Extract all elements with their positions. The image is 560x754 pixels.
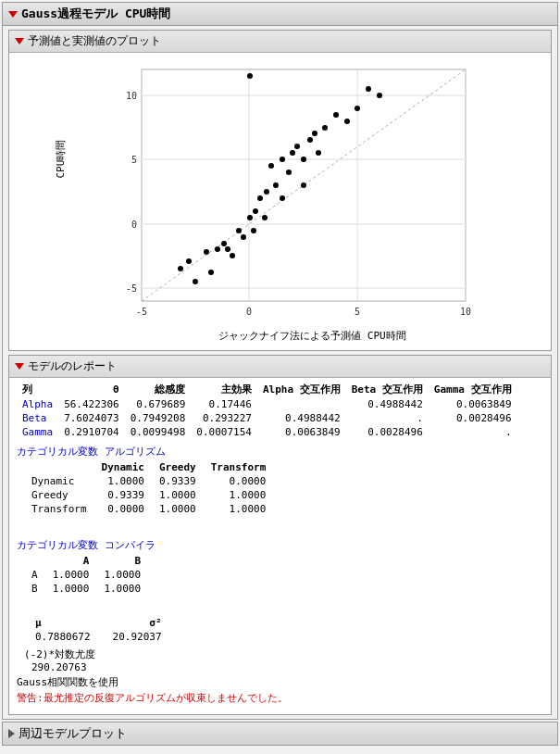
sigma-header: σ² (102, 616, 173, 630)
cat2-col2: B (96, 554, 148, 568)
table-cell (257, 397, 346, 411)
svg-point-43 (316, 150, 321, 156)
svg-point-53 (225, 246, 230, 252)
table-cell: 1.0000 (96, 582, 148, 596)
svg-point-50 (247, 73, 253, 79)
svg-point-40 (301, 157, 306, 162)
bottom-panel: 周辺モデルプロット (2, 722, 558, 746)
svg-point-39 (294, 144, 300, 149)
svg-text:5: 5 (131, 155, 136, 165)
table-cell: 0.0063849 (257, 425, 346, 439)
svg-point-30 (253, 208, 258, 214)
table-cell: Gamma (17, 425, 58, 439)
table-cell: 0.0063849 (429, 397, 517, 411)
report-section-title: モデルのレポート (28, 358, 117, 374)
table-cell: 0.4988442 (257, 411, 346, 425)
svg-point-44 (322, 125, 328, 131)
svg-point-47 (355, 106, 360, 111)
table-cell: 0.4988442 (346, 397, 429, 411)
svg-point-31 (257, 195, 263, 201)
cat1-col0 (24, 460, 94, 474)
cat-table2: A B A1.00001.0000B1.00001.0000 (24, 554, 148, 596)
mu-sigma-table: μ σ² 0.7880672 20.92037 (24, 616, 173, 644)
neg2-log-section: (-2)*対数尤度 290.20763 (24, 647, 543, 673)
cat2-col1: A (45, 554, 97, 568)
col-header-alpha: Alpha 交互作用 (257, 382, 346, 397)
table-row: Transform0.00001.00001.0000 (24, 502, 273, 516)
svg-text:5: 5 (354, 307, 359, 317)
table-cell: 0.0099498 (125, 425, 192, 439)
svg-point-25 (230, 253, 235, 258)
svg-point-24 (221, 241, 227, 246)
table-cell: 0.0007154 (191, 425, 257, 439)
svg-text:10: 10 (125, 91, 136, 101)
svg-point-45 (333, 112, 339, 118)
svg-point-21 (204, 249, 209, 255)
neg2-label: (-2)*対数尤度 (24, 647, 543, 661)
svg-point-46 (344, 119, 350, 124)
neg2-value: 290.20763 (24, 661, 543, 673)
table-cell: 7.6024073 (58, 411, 125, 425)
main-report-table: 列 θ 総感度 主効果 Alpha 交互作用 Beta 交互作用 Gamma 交… (17, 382, 517, 439)
table-row: Alpha56.4223060.6796890.174460.49884420.… (17, 397, 517, 411)
svg-point-42 (312, 131, 317, 136)
svg-point-23 (215, 246, 220, 252)
svg-text:0: 0 (245, 307, 251, 317)
table-cell: 0.679689 (125, 397, 192, 411)
svg-text:-5: -5 (135, 307, 146, 317)
y-axis-label: CPU時間 (53, 140, 67, 179)
table-cell: 1.0000 (96, 568, 148, 582)
table-cell: 1.0000 (45, 582, 97, 596)
cat1-col3: Transform (204, 460, 274, 474)
table-cell: 1.0000 (152, 488, 204, 502)
svg-point-34 (268, 163, 274, 169)
table-cell: 0.9339 (94, 488, 152, 502)
svg-point-32 (262, 215, 268, 220)
bottom-expand-icon[interactable] (8, 729, 15, 738)
scatter-collapse-icon[interactable] (15, 38, 24, 44)
svg-point-28 (247, 215, 253, 220)
svg-point-49 (377, 93, 382, 98)
report-collapse-icon[interactable] (15, 363, 24, 370)
table-row: Dynamic1.00000.93390.0000 (24, 474, 273, 488)
svg-point-38 (290, 150, 295, 156)
table-cell: Dynamic (24, 474, 94, 488)
warning-text: 警告:最尤推定の反復アルゴリズムが収束しませんでした。 (17, 691, 543, 705)
table-cell: 0.7949208 (125, 411, 192, 425)
svg-point-35 (273, 182, 279, 188)
table-cell: Beta (17, 411, 58, 425)
collapse-icon[interactable] (8, 11, 18, 18)
svg-point-27 (241, 234, 246, 240)
table-cell: 0.0000 (94, 502, 152, 516)
cat-section2-title: カテゴリカル変数 コンパイラ (17, 538, 543, 552)
table-cell: 0.17446 (191, 397, 257, 411)
svg-point-48 (366, 86, 371, 92)
svg-point-29 (251, 228, 256, 233)
svg-point-20 (193, 279, 198, 284)
col-header-sensitivity: 総感度 (125, 382, 192, 397)
mu-header: μ (24, 616, 102, 630)
svg-point-18 (178, 266, 183, 271)
table-cell: 1.0000 (45, 568, 97, 582)
table-cell: 0.0028496 (346, 425, 429, 439)
table-cell: . (346, 411, 429, 425)
scatter-section-title: 予測値と実測値のプロット (28, 33, 161, 49)
cat2-col0 (24, 554, 45, 568)
report-panel-header: モデルのレポート (9, 356, 551, 378)
scatter-plot-header: 予測値と実測値のプロット (9, 31, 551, 53)
cat-table1: Dynamic Greedy Transform Dynamic1.00000.… (24, 460, 273, 516)
svg-text:-5: -5 (125, 283, 136, 294)
table-cell: . (429, 425, 517, 439)
table-row: Beta7.60240730.79492080.2932270.4988442.… (17, 411, 517, 425)
table-cell: 1.0000 (204, 502, 274, 516)
table-cell: 1.0000 (204, 488, 274, 502)
cat1-col1: Dynamic (94, 460, 152, 474)
cat1-col2: Greedy (152, 460, 204, 474)
table-cell: 0.0000 (204, 474, 274, 488)
main-panel: Gauss過程モデル CPU時間 予測値と実測値のプロット CPU時間 (2, 2, 558, 720)
svg-point-26 (236, 228, 242, 233)
col-header-beta: Beta 交互作用 (346, 382, 429, 397)
table-cell: Greedy (24, 488, 94, 502)
svg-point-19 (186, 258, 192, 264)
table-cell: 0.0028496 (429, 411, 517, 425)
